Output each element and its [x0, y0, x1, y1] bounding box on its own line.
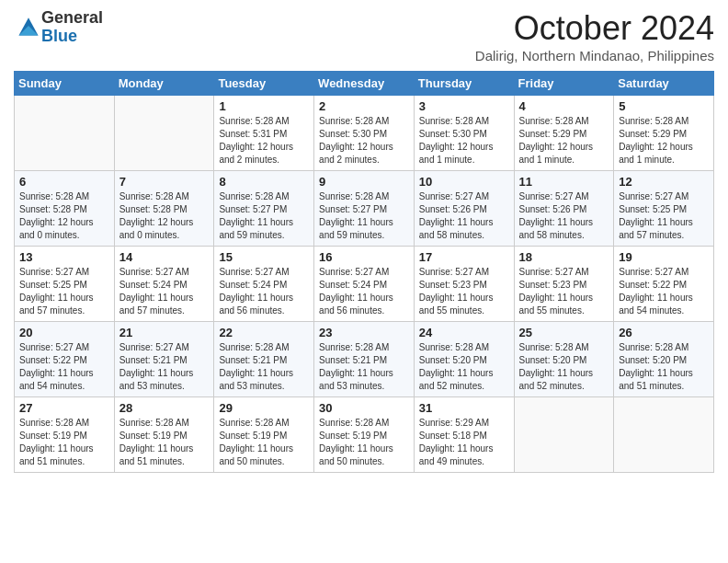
calendar-day-cell: 13Sunrise: 5:27 AMSunset: 5:25 PMDayligh… — [15, 247, 115, 322]
calendar-day-cell: 24Sunrise: 5:28 AMSunset: 5:20 PMDayligh… — [414, 322, 514, 397]
calendar-day-cell: 10Sunrise: 5:27 AMSunset: 5:26 PMDayligh… — [414, 171, 514, 247]
weekday-header: Saturday — [614, 72, 714, 96]
day-number: 29 — [219, 401, 309, 415]
day-info: Sunrise: 5:28 AMSunset: 5:20 PMDaylight:… — [619, 341, 709, 393]
calendar-day-cell: 22Sunrise: 5:28 AMSunset: 5:21 PMDayligh… — [214, 322, 314, 397]
calendar-day-cell: 4Sunrise: 5:28 AMSunset: 5:29 PMDaylight… — [514, 96, 614, 171]
day-number: 5 — [619, 99, 709, 113]
day-number: 4 — [519, 99, 609, 113]
calendar-day-cell — [15, 96, 115, 171]
weekday-header: Tuesday — [214, 72, 314, 96]
day-info: Sunrise: 5:28 AMSunset: 5:20 PMDaylight:… — [419, 341, 509, 393]
day-info: Sunrise: 5:27 AMSunset: 5:24 PMDaylight:… — [119, 266, 210, 317]
day-number: 22 — [219, 326, 309, 339]
day-info: Sunrise: 5:28 AMSunset: 5:19 PMDaylight:… — [119, 417, 210, 468]
day-number: 19 — [619, 250, 709, 264]
weekday-header: Thursday — [414, 72, 514, 96]
day-info: Sunrise: 5:27 AMSunset: 5:22 PMDaylight:… — [19, 341, 109, 393]
day-number: 12 — [619, 175, 709, 189]
location-subtitle: Dalirig, Northern Mindanao, Philippines — [475, 48, 714, 63]
day-info: Sunrise: 5:27 AMSunset: 5:23 PMDaylight:… — [519, 266, 609, 317]
day-info: Sunrise: 5:28 AMSunset: 5:28 PMDaylight:… — [19, 190, 109, 242]
day-info: Sunrise: 5:28 AMSunset: 5:19 PMDaylight:… — [19, 417, 109, 468]
calendar-day-cell: 1Sunrise: 5:28 AMSunset: 5:31 PMDaylight… — [214, 96, 314, 171]
calendar-day-cell: 20Sunrise: 5:27 AMSunset: 5:22 PMDayligh… — [15, 322, 115, 397]
day-number: 7 — [119, 175, 210, 189]
day-number: 6 — [19, 175, 109, 189]
day-number: 1 — [219, 99, 309, 113]
calendar-day-cell: 6Sunrise: 5:28 AMSunset: 5:28 PMDaylight… — [15, 171, 115, 247]
day-info: Sunrise: 5:28 AMSunset: 5:29 PMDaylight:… — [519, 115, 609, 167]
day-number: 25 — [519, 326, 609, 339]
weekday-header: Friday — [514, 72, 614, 96]
calendar-table: SundayMondayTuesdayWednesdayThursdayFrid… — [14, 71, 714, 473]
calendar-day-cell: 2Sunrise: 5:28 AMSunset: 5:30 PMDaylight… — [314, 96, 415, 171]
day-number: 14 — [119, 250, 210, 264]
calendar-day-cell: 31Sunrise: 5:29 AMSunset: 5:18 PMDayligh… — [414, 397, 514, 473]
day-info: Sunrise: 5:28 AMSunset: 5:31 PMDaylight:… — [219, 115, 309, 167]
calendar-week-row: 20Sunrise: 5:27 AMSunset: 5:22 PMDayligh… — [15, 322, 714, 397]
day-number: 15 — [219, 250, 309, 264]
day-info: Sunrise: 5:27 AMSunset: 5:24 PMDaylight:… — [319, 266, 409, 317]
day-info: Sunrise: 5:28 AMSunset: 5:19 PMDaylight:… — [219, 417, 309, 468]
calendar-day-cell: 12Sunrise: 5:27 AMSunset: 5:25 PMDayligh… — [614, 171, 714, 247]
day-number: 27 — [19, 401, 109, 415]
calendar-day-cell: 3Sunrise: 5:28 AMSunset: 5:30 PMDaylight… — [414, 96, 514, 171]
weekday-header: Wednesday — [314, 72, 415, 96]
day-number: 13 — [19, 250, 109, 264]
calendar-header: SundayMondayTuesdayWednesdayThursdayFrid… — [15, 72, 714, 96]
day-number: 10 — [419, 175, 509, 189]
calendar-week-row: 27Sunrise: 5:28 AMSunset: 5:19 PMDayligh… — [15, 397, 714, 473]
calendar-day-cell: 30Sunrise: 5:28 AMSunset: 5:19 PMDayligh… — [314, 397, 415, 473]
day-number: 26 — [619, 326, 709, 339]
logo-text: General Blue — [41, 9, 103, 46]
calendar-week-row: 6Sunrise: 5:28 AMSunset: 5:28 PMDaylight… — [15, 171, 714, 247]
day-number: 17 — [419, 250, 509, 264]
day-info: Sunrise: 5:27 AMSunset: 5:26 PMDaylight:… — [419, 190, 509, 242]
day-number: 20 — [19, 326, 109, 339]
weekday-header: Monday — [114, 72, 214, 96]
calendar-day-cell: 25Sunrise: 5:28 AMSunset: 5:20 PMDayligh… — [514, 322, 614, 397]
day-info: Sunrise: 5:28 AMSunset: 5:21 PMDaylight:… — [319, 341, 409, 393]
calendar-week-row: 13Sunrise: 5:27 AMSunset: 5:25 PMDayligh… — [15, 247, 714, 322]
day-info: Sunrise: 5:27 AMSunset: 5:24 PMDaylight:… — [219, 266, 309, 317]
title-block: October 2024 Dalirig, Northern Mindanao,… — [475, 9, 714, 63]
day-info: Sunrise: 5:28 AMSunset: 5:30 PMDaylight:… — [319, 115, 409, 167]
calendar-day-cell: 21Sunrise: 5:27 AMSunset: 5:21 PMDayligh… — [114, 322, 214, 397]
day-number: 23 — [319, 326, 409, 339]
day-info: Sunrise: 5:28 AMSunset: 5:29 PMDaylight:… — [619, 115, 709, 167]
logo: General Blue — [14, 9, 103, 46]
calendar-day-cell: 5Sunrise: 5:28 AMSunset: 5:29 PMDaylight… — [614, 96, 714, 171]
day-number: 8 — [219, 175, 309, 189]
calendar-day-cell: 18Sunrise: 5:27 AMSunset: 5:23 PMDayligh… — [514, 247, 614, 322]
day-info: Sunrise: 5:28 AMSunset: 5:28 PMDaylight:… — [119, 190, 210, 242]
calendar-week-row: 1Sunrise: 5:28 AMSunset: 5:31 PMDaylight… — [15, 96, 714, 171]
calendar-day-cell: 9Sunrise: 5:28 AMSunset: 5:27 PMDaylight… — [314, 171, 415, 247]
calendar-day-cell: 8Sunrise: 5:28 AMSunset: 5:27 PMDaylight… — [214, 171, 314, 247]
day-info: Sunrise: 5:28 AMSunset: 5:19 PMDaylight:… — [319, 417, 409, 468]
weekday-row: SundayMondayTuesdayWednesdayThursdayFrid… — [15, 72, 714, 96]
day-number: 18 — [519, 250, 609, 264]
header: General Blue October 2024 Dalirig, North… — [14, 9, 714, 63]
page: General Blue October 2024 Dalirig, North… — [0, 0, 728, 482]
calendar-day-cell: 11Sunrise: 5:27 AMSunset: 5:26 PMDayligh… — [514, 171, 614, 247]
day-number: 9 — [319, 175, 409, 189]
calendar-day-cell — [514, 397, 614, 473]
day-number: 28 — [119, 401, 210, 415]
day-number: 2 — [319, 99, 409, 113]
calendar-day-cell: 7Sunrise: 5:28 AMSunset: 5:28 PMDaylight… — [114, 171, 214, 247]
day-info: Sunrise: 5:28 AMSunset: 5:27 PMDaylight:… — [319, 190, 409, 242]
day-info: Sunrise: 5:29 AMSunset: 5:18 PMDaylight:… — [419, 417, 509, 468]
day-info: Sunrise: 5:28 AMSunset: 5:30 PMDaylight:… — [419, 115, 509, 167]
calendar-day-cell: 14Sunrise: 5:27 AMSunset: 5:24 PMDayligh… — [114, 247, 214, 322]
day-info: Sunrise: 5:28 AMSunset: 5:20 PMDaylight:… — [519, 341, 609, 393]
day-number: 24 — [419, 326, 509, 339]
weekday-header: Sunday — [15, 72, 115, 96]
day-number: 21 — [119, 326, 210, 339]
day-info: Sunrise: 5:27 AMSunset: 5:25 PMDaylight:… — [19, 266, 109, 317]
day-number: 31 — [419, 401, 509, 415]
calendar-day-cell — [614, 397, 714, 473]
calendar-day-cell: 19Sunrise: 5:27 AMSunset: 5:22 PMDayligh… — [614, 247, 714, 322]
calendar-day-cell: 26Sunrise: 5:28 AMSunset: 5:20 PMDayligh… — [614, 322, 714, 397]
calendar-day-cell: 28Sunrise: 5:28 AMSunset: 5:19 PMDayligh… — [114, 397, 214, 473]
